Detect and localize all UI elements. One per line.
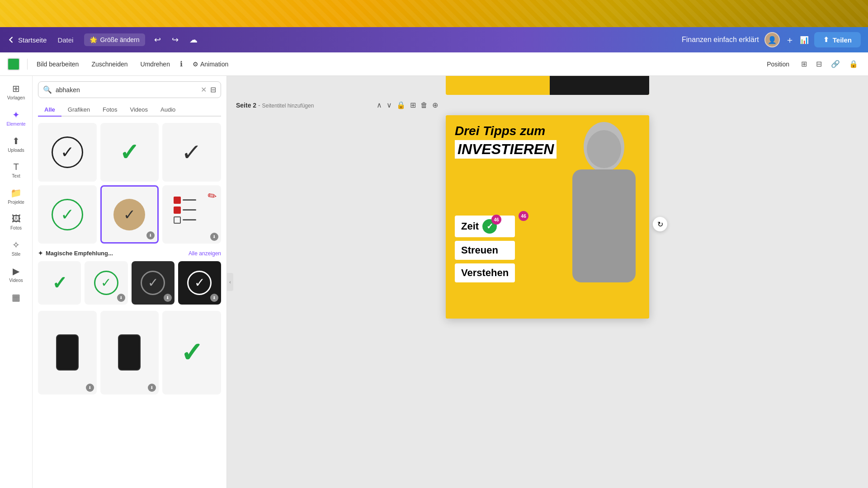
redo-button[interactable]: ↪ <box>170 33 180 47</box>
sidebar-item-stile[interactable]: ✧ Stile <box>2 236 31 260</box>
result-item-4[interactable]: ✓ <box>38 185 97 244</box>
color-swatch[interactable] <box>7 58 20 70</box>
animation-label: Animation <box>200 61 228 68</box>
umdrehen-button[interactable]: Umdrehen <box>135 58 175 70</box>
crop-icon-button[interactable]: ⊞ <box>798 57 810 71</box>
page-label: Seite 2 - Seitentitel hinzufügen <box>236 102 314 109</box>
bild-bearbeiten-button[interactable]: Bild bearbeiten <box>31 58 84 70</box>
tab-fotos[interactable]: Fotos <box>96 103 124 117</box>
back-button[interactable]: Startseite <box>7 36 47 44</box>
divider1 <box>27 59 28 70</box>
page-delete-button[interactable]: 🗑 <box>419 100 429 111</box>
slide-item-zeit[interactable]: Zeit ✓ 46 <box>455 216 515 237</box>
header-center: Finanzen einfach erklärt <box>682 36 759 44</box>
magic-item-1[interactable]: ✓ <box>38 261 81 304</box>
grid-icon-button[interactable]: ⊟ <box>813 57 825 71</box>
slide-background: Drei Tipps zum INVESTIEREN Zeit ✓ <box>446 115 649 319</box>
page-add-title-button[interactable]: Seitentitel hinzufügen <box>262 103 314 109</box>
stile-label: Stile <box>12 252 20 257</box>
magic-header: ✦ Magische Empfehlung... Alle anzeigen <box>38 250 221 257</box>
slide-title2: INVESTIEREN <box>455 140 557 159</box>
result-item-6[interactable]: ✏ ⬇ <box>162 185 221 244</box>
cloud-button[interactable]: ☁ <box>188 33 199 47</box>
page-lock-button[interactable]: 🔒 <box>395 99 407 111</box>
link-icon-button[interactable]: 🔗 <box>828 57 843 71</box>
main-layout: ⊞ Vorlagen ✦ Elemente ⬆ Uploads T Text 📁… <box>0 76 868 488</box>
animation-button[interactable]: ⚙ Animation <box>187 58 234 70</box>
page-copy-button[interactable]: ⊞ <box>409 99 417 111</box>
sidebar-item-uploads[interactable]: ⬆ Uploads <box>2 132 31 156</box>
magic-title-text: Magische Empfehlung... <box>46 250 113 257</box>
tab-alle[interactable]: Alle <box>38 103 61 117</box>
page-nav-icons: ∧ ∨ 🔒 ⊞ 🗑 ⊕ <box>375 99 439 111</box>
info-button[interactable]: ℹ <box>177 57 185 71</box>
lock-icon-button[interactable]: 🔒 <box>846 57 861 71</box>
filter-button[interactable]: ⊟ <box>210 85 216 94</box>
phone-item-1[interactable]: ⬇ <box>38 311 97 394</box>
projekte-label: Projekte <box>8 200 24 205</box>
add-collaborator-button[interactable]: ＋ <box>785 34 794 46</box>
result-item-2[interactable]: ✓ <box>100 123 159 182</box>
sidebar-item-elemente[interactable]: ✦ Elemente <box>2 106 31 130</box>
sidebar-item-fotos[interactable]: 🖼 Fotos <box>2 210 31 234</box>
person-image <box>559 115 649 319</box>
size-button[interactable]: 🌟 Größe ändern <box>84 33 145 46</box>
phone-item-2[interactable]: ⬇ <box>100 311 159 394</box>
tab-grafiken[interactable]: Grafiken <box>61 103 96 117</box>
search-input[interactable] <box>56 86 197 94</box>
stats-button[interactable]: 📊 <box>800 36 809 44</box>
page-nav: Seite 2 - Seitentitel hinzufügen ∧ ∨ 🔒 ⊞… <box>227 95 868 115</box>
rotate-handle[interactable]: ↻ <box>653 217 667 231</box>
size-label: Größe ändern <box>100 36 139 43</box>
magic-check-2: ✓ <box>94 271 118 295</box>
share-button[interactable]: ⬆ Teilen <box>814 32 861 47</box>
tab-audio[interactable]: Audio <box>154 103 182 117</box>
page-up-button[interactable]: ∧ <box>375 99 383 111</box>
position-button[interactable]: Position <box>761 58 795 70</box>
sidebar-item-videos[interactable]: ▶ Videos <box>2 262 31 286</box>
phone-item-3[interactable]: ✓ <box>162 311 221 394</box>
checklist-icon <box>174 197 210 233</box>
slide-item-verstehen[interactable]: Verstehen <box>455 263 515 282</box>
share-label: Teilen <box>833 36 852 44</box>
all-link-button[interactable]: Alle anzeigen <box>189 250 221 257</box>
collapse-panel-button[interactable]: ‹ <box>227 273 233 291</box>
undo-button[interactable]: ↩ <box>152 33 163 47</box>
header-right: 👤 ＋ 📊 ⬆ Teilen <box>764 32 861 47</box>
tab-videos[interactable]: Videos <box>124 103 155 117</box>
num-badge-1b: 46 <box>519 211 528 221</box>
sidebar-item-text[interactable]: T Text <box>2 158 31 182</box>
magic-item-2[interactable]: ✓ ⬇ <box>85 261 127 304</box>
bild-bearbeiten-label: Bild bearbeiten <box>37 61 79 68</box>
sidebar-item-projekte[interactable]: 📁 Projekte <box>2 184 31 208</box>
verstehen-text: Verstehen <box>461 267 509 279</box>
page-add-button[interactable]: ⊕ <box>431 99 439 111</box>
sidebar-item-patterns[interactable]: ▦ <box>2 288 31 306</box>
projekte-icon: 📁 <box>10 188 22 198</box>
canvas-area: Seite 2 - Seitentitel hinzufügen ∧ ∨ 🔒 ⊞… <box>227 76 868 488</box>
animation-icon: ⚙ <box>193 61 198 68</box>
result-item-3[interactable]: ✓ <box>162 123 221 182</box>
sidebar-panel: 🔍 ✕ ⊟ Alle Grafiken Fotos Videos Audio <box>33 76 227 488</box>
magic-check-3: ✓ <box>141 271 165 295</box>
vorlagen-icon: ⊞ <box>12 83 20 94</box>
magic-premium-2: ⬇ <box>117 294 125 302</box>
result-item-5[interactable]: ✓ ⬇ <box>100 185 159 244</box>
filter-tabs: Alle Grafiken Fotos Videos Audio <box>38 103 221 117</box>
svg-rect-1 <box>572 169 636 282</box>
sidebar-item-vorlagen[interactable]: ⊞ Vorlagen <box>2 80 31 104</box>
header-toolbar: Startseite Datei 🌟 Größe ändern ↩ ↪ ☁ Fi… <box>0 27 868 52</box>
page-down-button[interactable]: ∨ <box>385 99 393 111</box>
slide-item-streuen[interactable]: Streuen <box>455 241 515 260</box>
zuschneiden-button[interactable]: Zuschneiden <box>86 58 133 70</box>
phone-shape-2 <box>118 334 141 371</box>
magic-item-3[interactable]: ✓ ⬇ <box>132 261 175 304</box>
result-item-1[interactable]: ✓ <box>38 123 97 182</box>
slide-title-area: Drei Tipps zum INVESTIEREN <box>455 124 559 159</box>
clear-search-button[interactable]: ✕ <box>201 85 207 94</box>
slide-area: Drei Tipps zum INVESTIEREN Zeit ✓ <box>227 115 868 488</box>
magic-item-4[interactable]: ✓ ⬇ <box>178 261 221 304</box>
slide-container[interactable]: Drei Tipps zum INVESTIEREN Zeit ✓ <box>446 115 649 319</box>
datei-button[interactable]: Datei <box>54 34 77 46</box>
check-circle-outline-icon: ✓ <box>52 136 83 168</box>
